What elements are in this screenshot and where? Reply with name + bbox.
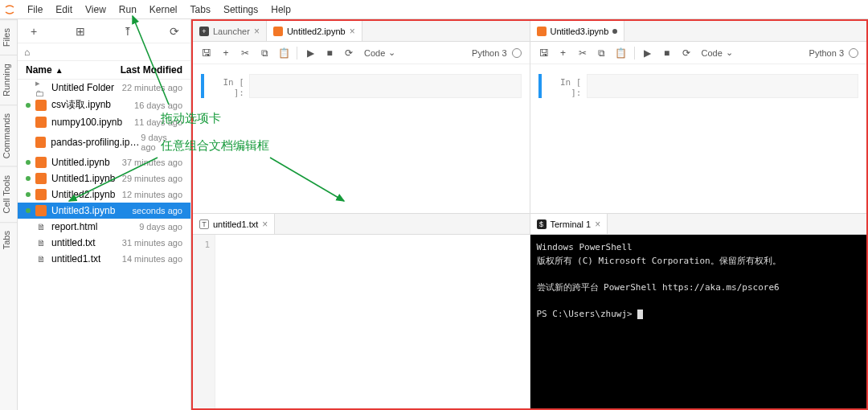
- file-row[interactable]: Untitled3.ipynbseconds ago: [18, 203, 190, 219]
- nb-icon: [35, 173, 47, 184]
- launcher-icon: +: [199, 27, 209, 36]
- kernel-status-icon: [512, 48, 522, 58]
- menu-view[interactable]: View: [79, 4, 113, 15]
- menu-tabs[interactable]: Tabs: [184, 4, 217, 15]
- restart-button[interactable]: ⟳: [678, 47, 695, 59]
- terminal[interactable]: Windows PowerShell 版权所有 (C) Microsoft Co…: [530, 235, 867, 408]
- file-row[interactable]: 🗎report.html9 days ago: [18, 219, 190, 235]
- tab[interactable]: Untitled2.ipynb×: [267, 21, 362, 41]
- cell-type-select[interactable]: Code⌄: [697, 47, 738, 58]
- new-launcher-button[interactable]: +: [23, 25, 45, 38]
- file-row[interactable]: numpy100.ipynb11 days ago: [18, 114, 190, 130]
- tab[interactable]: Untitled3.ipynb: [530, 21, 625, 41]
- menu-run[interactable]: Run: [113, 4, 143, 15]
- file-name: numpy100.ipynb: [51, 117, 122, 128]
- close-icon[interactable]: ×: [350, 26, 355, 37]
- cell-collapser[interactable]: [538, 74, 542, 98]
- menu-help[interactable]: Help: [264, 4, 297, 15]
- file-name: Untitled3.ipynb: [51, 205, 115, 216]
- code-cell[interactable]: In [ ]:: [201, 74, 522, 98]
- nb-icon: [35, 189, 47, 200]
- text-editor[interactable]: 1: [193, 235, 530, 408]
- tab-label: Terminal 1: [551, 219, 592, 229]
- file-row[interactable]: pandas-profiling.ipynb9 days ago: [18, 130, 190, 154]
- file-row[interactable]: Untitled.ipynb37 minutes ago: [18, 154, 190, 170]
- running-dot-icon: [26, 103, 31, 108]
- breadcrumb[interactable]: ⌂: [18, 43, 190, 61]
- name-column-header[interactable]: Name▲: [26, 64, 63, 76]
- notebook-icon: [537, 27, 547, 36]
- menu-edit[interactable]: Edit: [49, 4, 79, 15]
- run-button[interactable]: ▶: [301, 47, 319, 59]
- refresh-button[interactable]: ⟳: [163, 25, 186, 38]
- close-icon[interactable]: ×: [262, 219, 268, 230]
- cell-collapser[interactable]: [201, 74, 204, 98]
- insert-cell-button[interactable]: +: [217, 47, 235, 59]
- nb-icon: [35, 117, 47, 128]
- notebook-toolbar: 🖫+✂⧉📋▶■⟳Code⌄Python 3: [530, 42, 867, 64]
- file-row[interactable]: csv读取.ipynb16 days ago: [18, 96, 190, 114]
- new-folder-button[interactable]: ⊞: [69, 25, 92, 38]
- kernel-name[interactable]: Python 3: [472, 48, 506, 58]
- file-row[interactable]: 🗎untitled1.txt14 minutes ago: [18, 251, 190, 267]
- copy-button[interactable]: ⧉: [256, 47, 273, 59]
- upload-button[interactable]: ⤒: [117, 25, 139, 38]
- save-button[interactable]: 🖫: [535, 47, 553, 59]
- nb-icon: [35, 100, 47, 111]
- tab[interactable]: +Launcher×: [193, 21, 267, 41]
- run-button[interactable]: ▶: [639, 47, 657, 59]
- file-name: csv读取.ipynb: [51, 98, 111, 112]
- stop-button[interactable]: ■: [321, 47, 338, 59]
- left-tab-commands[interactable]: Commands: [0, 105, 17, 166]
- file-modified: seconds ago: [133, 206, 182, 215]
- file-row[interactable]: ▸🗀Untitled Folder22 minutes ago: [18, 80, 190, 96]
- save-button[interactable]: 🖫: [198, 47, 215, 59]
- file-row[interactable]: Untitled1.ipynb29 minutes ago: [18, 170, 190, 187]
- cell-input[interactable]: [249, 74, 522, 98]
- file-name: Untitled Folder: [51, 82, 114, 93]
- tab-bar: Untitled3.ipynb: [530, 21, 867, 42]
- cut-button[interactable]: ✂: [574, 47, 592, 59]
- tab-bar: Tuntitled1.txt×: [193, 214, 530, 235]
- tab[interactable]: $Terminal 1×: [530, 214, 608, 234]
- left-tab-strip: FilesRunningCommandsCell ToolsTabs: [0, 19, 18, 410]
- cut-button[interactable]: ✂: [236, 47, 254, 59]
- close-icon[interactable]: ×: [254, 26, 260, 37]
- file-row[interactable]: 🗎untitled.txt31 minutes ago: [18, 235, 190, 251]
- file-row[interactable]: Untitled2.ipynb12 minutes ago: [18, 187, 190, 203]
- code-cell[interactable]: In [ ]:: [538, 74, 859, 98]
- pane-top-left: +Launcher×Untitled2.ipynb×🖫+✂⧉📋▶■⟳Code⌄P…: [193, 21, 530, 213]
- copy-button[interactable]: ⧉: [593, 47, 611, 59]
- paste-button[interactable]: 📋: [612, 47, 630, 59]
- left-tab-files[interactable]: Files: [0, 19, 17, 55]
- line-gutter: 1: [193, 235, 215, 408]
- paste-button[interactable]: 📋: [275, 47, 293, 59]
- stop-button[interactable]: ■: [658, 47, 676, 59]
- insert-cell-button[interactable]: +: [555, 47, 572, 59]
- left-tab-running[interactable]: Running: [0, 55, 17, 105]
- kernel-name[interactable]: Python 3: [809, 48, 844, 58]
- tab[interactable]: Tuntitled1.txt×: [193, 214, 275, 234]
- home-icon: ⌂: [24, 47, 30, 58]
- file-name: Untitled.ipynb: [51, 157, 110, 168]
- nb-icon: [35, 137, 46, 148]
- folder-icon: ▸🗀: [35, 82, 47, 93]
- left-tab-cell-tools[interactable]: Cell Tools: [0, 166, 17, 222]
- text-file-icon: T: [199, 219, 209, 229]
- file-modified: 37 minutes ago: [122, 158, 182, 167]
- cell-type-select[interactable]: Code⌄: [359, 47, 400, 58]
- cell-input[interactable]: [587, 74, 859, 98]
- notebook-icon: [273, 27, 283, 36]
- menu-settings[interactable]: Settings: [217, 4, 264, 15]
- close-icon[interactable]: ×: [595, 219, 600, 230]
- restart-button[interactable]: ⟳: [340, 47, 358, 59]
- modified-column-header[interactable]: Last Modified: [121, 64, 182, 76]
- menu-kernel[interactable]: Kernel: [143, 4, 184, 15]
- cell-prompt: In [ ]:: [209, 74, 249, 98]
- chevron-down-icon: ⌄: [388, 47, 395, 58]
- file-icon: 🗎: [35, 221, 47, 232]
- tab-label: Untitled3.ipynb: [551, 27, 609, 36]
- running-dot-icon: [26, 208, 31, 213]
- menu-file[interactable]: File: [21, 4, 49, 15]
- left-tab-tabs[interactable]: Tabs: [0, 222, 17, 257]
